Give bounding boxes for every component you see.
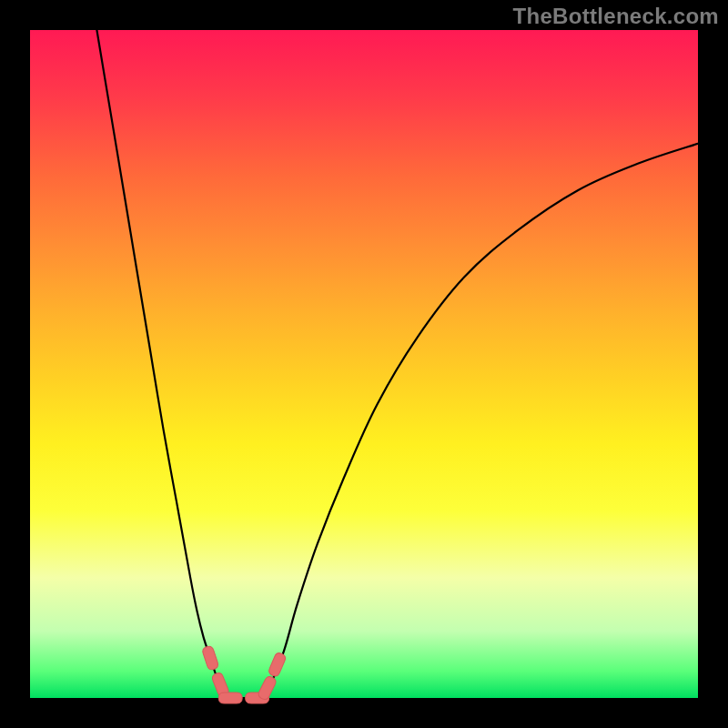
- curve-right: [264, 144, 698, 698]
- data-marker: [268, 652, 287, 678]
- watermark-text: TheBottleneck.com: [513, 4, 719, 29]
- marker-group: [201, 645, 287, 703]
- curve-group: [96, 30, 698, 698]
- data-marker: [201, 645, 219, 671]
- chart-stage: TheBottleneck.com: [0, 0, 728, 728]
- chart-svg: [30, 30, 698, 698]
- curve-left: [96, 30, 230, 698]
- data-marker: [218, 693, 242, 703]
- plot-area: [30, 30, 698, 698]
- data-marker: [257, 675, 277, 702]
